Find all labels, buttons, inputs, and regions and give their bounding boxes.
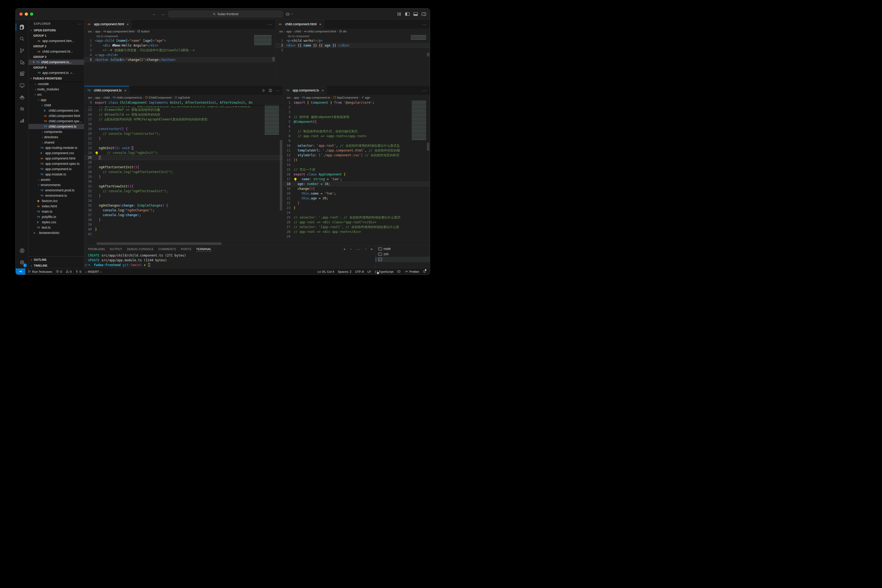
activity-extensions[interactable] [16, 68, 29, 80]
code-line-16[interactable]: 16 // @ViewChild => 获取当前组件的内容 [84, 112, 283, 117]
scrollbar-thumb[interactable] [280, 140, 282, 210]
close-tab-icon[interactable]: × [124, 88, 126, 93]
breadcrumb-segment[interactable]: app [294, 96, 299, 99]
tab-app-component-html[interactable]: <> app.component.html × [84, 20, 132, 29]
code-line-4[interactable]: 4</app-child> [84, 52, 275, 57]
minimap[interactable] [412, 101, 426, 141]
code-line-22[interactable]: 22 } [283, 201, 430, 206]
status-0[interactable]: 0 [66, 270, 72, 273]
tree-file-app.component.css[interactable]: #app.component.css [29, 150, 84, 156]
code-line-29[interactable]: 29 [283, 234, 430, 239]
tree-folder-directives[interactable]: ›directives [29, 135, 84, 140]
code-line-15[interactable]: 15// 导出一个类 [283, 167, 430, 172]
activity-settings[interactable]: 1 [16, 256, 29, 268]
code-line-23[interactable]: 23} [283, 206, 430, 210]
panel-tab-problems[interactable]: PROBLEMS [88, 246, 105, 252]
tree-file-styles.css[interactable]: #styles.css [29, 220, 84, 225]
breadcrumb-segment[interactable]: button [137, 30, 149, 33]
code-line-23[interactable]: 23 ngOnInit(): void { [84, 146, 283, 150]
tab-child-component-html[interactable]: <> child.component.html × [276, 20, 324, 29]
close-tab-icon[interactable]: × [319, 22, 321, 26]
code-line-22[interactable]: 22 [84, 141, 283, 146]
activity-search[interactable] [16, 33, 29, 45]
nav-back-icon[interactable]: ← [151, 12, 157, 16]
tree-file-environment.ts[interactable]: TSenvironment.ts [29, 193, 84, 198]
code-line-29[interactable]: 29 } [84, 174, 283, 179]
breadcrumb-segment[interactable]: age [361, 96, 370, 99]
code-line-5[interactable]: 5@Component({ [283, 119, 430, 124]
toggle-secondary-sidebar-icon[interactable] [422, 12, 426, 16]
open-editor-item[interactable]: ×TSchild.component.ts... [29, 60, 84, 65]
more-actions-icon[interactable]: ··· [422, 22, 427, 26]
tree-folder-assets[interactable]: ›assets [29, 177, 84, 182]
minimize-window-button[interactable] [25, 12, 28, 16]
tree-file-polyfills.ts[interactable]: TSpolyfills.ts [29, 214, 84, 220]
terminal-list-item-node[interactable]: >_node [376, 246, 430, 252]
breadcrumb[interactable]: src›app›TSapp.component.ts›AppComponent›… [283, 95, 430, 100]
tree-folder-.vscode[interactable]: ›.vscode [29, 81, 84, 87]
editor-child-component-html[interactable]: Go to component 1<p>child works!</p>2<di… [276, 34, 430, 86]
breadcrumb-segment[interactable]: src [88, 96, 92, 99]
status-language-mode[interactable]: { }×TypeScript [375, 270, 393, 273]
code-line-39[interactable]: 39 [84, 222, 283, 227]
code-line-31[interactable]: 31 ngAfterViewInit(){ [84, 184, 283, 189]
status-0[interactable]: 0 [75, 270, 81, 273]
status-0[interactable]: 0 [56, 270, 62, 273]
breadcrumb[interactable]: src›app›child›TSchild.component.ts›Child… [84, 95, 283, 100]
activity-explorer[interactable] [16, 21, 29, 33]
code-line-17[interactable]: 17 // p是当前组件的内容 HTMLParagraphElement是当前组… [84, 117, 283, 122]
code-line-1[interactable]: 1<p>child works!</p> [276, 38, 430, 43]
breadcrumb-segment[interactable]: child [103, 96, 110, 99]
code-line-26[interactable]: 26 [84, 160, 283, 165]
code-line-27[interactable]: 27 ngAfterContentInit(){ [84, 165, 283, 170]
activity-testing-chart[interactable] [16, 115, 29, 126]
horizontal-scrollbar-thumb[interactable] [96, 242, 222, 245]
tree-file-app-routing.module.ts[interactable]: TSapp-routing.module.ts [29, 145, 84, 150]
status-eol[interactable]: LF [368, 270, 371, 273]
tree-folder-components[interactable]: ›components [29, 129, 84, 135]
code-line-1[interactable]: 1<app-child [name]="name" [age]="age"> [84, 38, 275, 43]
code-line-2[interactable]: 2 [283, 105, 430, 110]
editor-app-component-html[interactable]: Go to component 1<app-child [name]="name… [84, 34, 275, 86]
tree-file-main.ts[interactable]: TSmain.ts [29, 209, 84, 214]
code-line-37[interactable]: 37 console.log(change); [84, 213, 283, 218]
code-line-14[interactable]: 14 // @ContentChild => 获取父组件传递的内容 box是父组… [84, 105, 283, 107]
code-line-10[interactable]: 10 selector: 'app-root', // 当前组件调用的时候你要以… [283, 143, 430, 148]
minimap[interactable] [411, 35, 426, 40]
code-line-26[interactable]: 26// app-root => <div class="app-root"><… [283, 220, 430, 225]
more-actions-icon[interactable]: ··· [268, 22, 272, 26]
more-actions-icon[interactable]: ··· [422, 88, 427, 93]
breadcrumb-segment[interactable]: AppComponent [333, 96, 358, 99]
code-line-32[interactable]: 32 // console.log("ngAfterViewInit"); [84, 189, 283, 194]
status-encoding[interactable]: UTF-8 [355, 270, 364, 273]
panel-tab-comments[interactable]: COMMENTS [158, 246, 176, 252]
activity-remote-explorer[interactable] [16, 80, 29, 92]
code-line-18[interactable]: 18 [84, 122, 283, 126]
code-line-4[interactable]: 4// 组件类 被@Component装饰器装饰 [283, 115, 430, 119]
tree-file-test.ts[interactable]: TStest.ts [29, 225, 84, 230]
activity-source-control[interactable] [16, 45, 29, 56]
tree-file-.browserslistrc[interactable]: ≡.browserslistrc [29, 230, 84, 236]
tree-folder-src[interactable]: ›src [29, 92, 84, 97]
more-actions-icon[interactable]: ··· [275, 88, 279, 93]
code-line-15[interactable]: 15 // ElementRef => 获取当前组件的元素 [84, 107, 283, 112]
nav-forward-icon[interactable]: → [160, 12, 166, 16]
new-terminal-icon[interactable]: ＋ [343, 247, 346, 252]
breadcrumb-segment[interactable]: TSchild.component.ts [113, 96, 142, 99]
toggle-sidebar-icon[interactable] [405, 12, 410, 16]
code-line-13[interactable]: 13}) [283, 158, 430, 162]
code-line-24[interactable]: 24 // console.log("ngOnInit"); [84, 150, 283, 155]
close-panel-icon[interactable]: × [371, 247, 373, 251]
breadcrumb[interactable]: src›app›child›<>child.component.html›div [276, 29, 430, 34]
breadcrumb-segment[interactable]: child [295, 30, 301, 33]
code-line-3[interactable]: 3 [276, 48, 430, 52]
copilot-menu[interactable]: › [285, 12, 294, 16]
breadcrumb-segment[interactable]: src [287, 96, 291, 99]
code-line-30[interactable]: 30 [84, 179, 283, 184]
outline-section-header[interactable]: › OUTLINE [29, 256, 84, 262]
scrollbar-thumb[interactable] [427, 52, 429, 56]
breadcrumb-segment[interactable]: ngOnInit [174, 96, 190, 99]
close-icon[interactable]: × [32, 60, 36, 64]
code-line-25[interactable]: 25// selector: '.app-root', // 当前组件调用的时候… [283, 215, 430, 220]
project-root-header[interactable]: › FUDAO-FRONTEND [29, 75, 84, 81]
